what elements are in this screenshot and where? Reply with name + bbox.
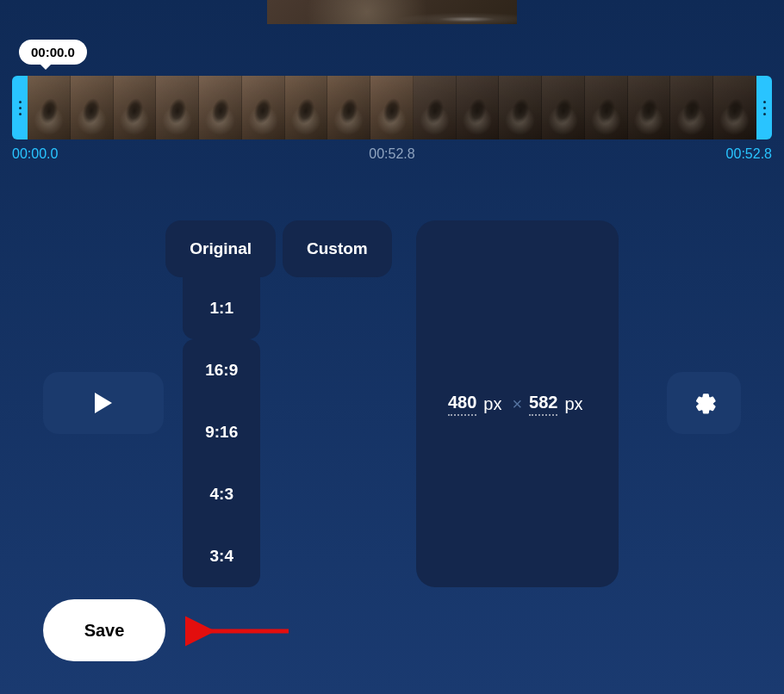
annotation-arrow — [185, 610, 297, 653]
tab-original[interactable]: Original — [165, 220, 276, 277]
tab-custom[interactable]: Custom — [283, 220, 392, 277]
filmstrip-frame — [285, 76, 328, 139]
timeline-track[interactable] — [12, 76, 772, 139]
filmstrip-frame — [199, 76, 242, 139]
filmstrip-frame — [327, 76, 370, 139]
drag-handle-icon — [19, 101, 22, 115]
filmstrip-frame — [242, 76, 285, 139]
height-value[interactable]: 582 — [529, 393, 557, 416]
filmstrip-frame — [670, 76, 713, 139]
dimension-separator: × — [512, 394, 522, 414]
trim-handle-end[interactable] — [756, 76, 772, 139]
aspect-1-1[interactable]: 1:1 — [183, 277, 260, 339]
filmstrip-frame — [457, 76, 500, 139]
playhead-time-text: 00:00.0 — [31, 45, 75, 59]
timeline-time-labels: 00:00.0 00:52.8 00:52.8 — [12, 146, 772, 162]
aspect-ratio-list: 1:1 16:9 9:16 4:3 3:4 — [183, 277, 260, 587]
drag-handle-icon — [763, 101, 766, 115]
filmstrip-frame — [628, 76, 671, 139]
aspect-9-16[interactable]: 9:16 — [183, 401, 260, 463]
size-mode-tabs: Original Custom — [165, 220, 392, 277]
filmstrip-frame — [499, 76, 542, 139]
filmstrip-frame — [156, 76, 199, 139]
filmstrip-frame — [370, 76, 414, 139]
trim-start-time: 00:00.0 — [12, 146, 58, 162]
width-value[interactable]: 480 — [448, 393, 476, 416]
timeline-duration: 00:52.8 — [369, 146, 414, 162]
settings-button[interactable] — [667, 372, 741, 434]
video-preview-frame — [267, 0, 517, 24]
controls-panel: Original Custom 1:1 16:9 9:16 4:3 3:4 48… — [0, 220, 784, 694]
aspect-16-9[interactable]: 16:9 — [183, 339, 260, 401]
filmstrip-frame — [585, 76, 628, 139]
aspect-3-4[interactable]: 3:4 — [183, 525, 260, 587]
filmstrip[interactable] — [28, 76, 756, 139]
filmstrip-frame — [28, 76, 71, 139]
filmstrip-frame — [414, 76, 457, 139]
filmstrip-frame — [114, 76, 157, 139]
aspect-ratio-column: Original Custom 1:1 16:9 9:16 4:3 3:4 — [165, 220, 392, 587]
filmstrip-frame — [713, 76, 756, 139]
height-unit: px — [564, 394, 582, 414]
width-unit: px — [483, 394, 501, 414]
trim-handle-start[interactable] — [12, 76, 28, 139]
save-button[interactable]: Save — [43, 599, 165, 661]
filmstrip-frame — [542, 76, 585, 139]
gear-icon — [691, 390, 717, 416]
trim-end-time: 00:52.8 — [726, 146, 772, 162]
play-icon — [93, 391, 114, 415]
dimensions-panel: 480 px × 582 px — [416, 220, 619, 587]
video-preview — [267, 0, 517, 24]
play-button[interactable] — [43, 372, 164, 434]
playhead-time-bubble[interactable]: 00:00.0 — [19, 40, 87, 65]
aspect-4-3[interactable]: 4:3 — [183, 463, 260, 525]
filmstrip-frame — [71, 76, 114, 139]
